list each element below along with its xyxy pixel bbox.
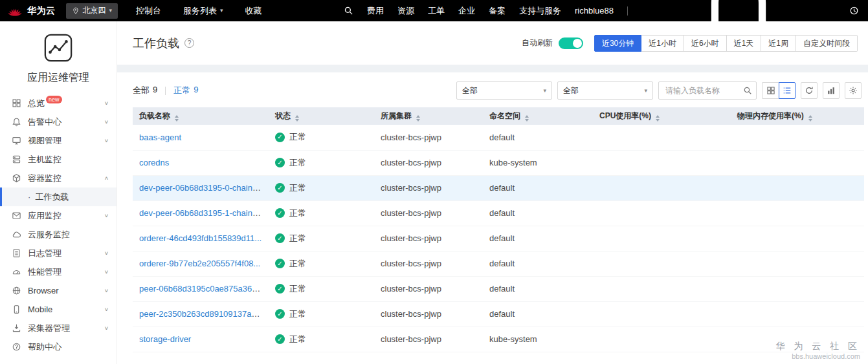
bullet: · [28,192,30,202]
sort-arrows-icon[interactable] [808,115,812,122]
help-icon[interactable]: ? [184,38,194,48]
time-range-button-4[interactable]: 近1周 [761,35,796,52]
chart-view-button[interactable] [823,82,840,99]
workload-name-link[interactable]: coredns [139,158,169,167]
workload-name-link[interactable]: peer-06b68d3195c0ae875a363... [139,284,263,294]
time-range-button-3[interactable]: 近1天 [727,35,762,52]
column-header-1[interactable]: 状态 [269,107,374,125]
location-pin-icon [72,7,80,15]
status-ok-icon: ✓ [275,133,285,142]
table-row[interactable]: dev-peer-06b68d3195-1-chainc... ✓正常 clus… [133,200,864,226]
workload-name-link[interactable]: dev-peer-06b68d3195-0-chainc... [139,183,263,193]
chevron-icon: ∨ [104,213,109,219]
chevron-down-icon: ▾ [543,88,546,94]
refresh-button[interactable] [801,82,818,99]
time-range-button-0[interactable]: 近30分钟 [594,35,641,52]
cluster-filter-select[interactable]: 全部 ▾ [456,81,552,100]
sidebar-item-application-monitoring[interactable]: 应用监控 ∨ [0,206,117,225]
card-view-button[interactable] [762,82,779,99]
sidebar-item-help-center[interactable]: 帮助中心 [0,337,117,356]
workload-name-link[interactable]: orderer-9b77eb2e205557f4f08... [139,259,260,268]
column-header-3[interactable]: 命名空间 [483,107,593,125]
namespace-filter-select[interactable]: 全部 ▾ [557,81,653,100]
list-icon [783,86,792,95]
topnav-console[interactable]: 控制台 [136,5,161,17]
sidebar-item-performance-management[interactable]: 性能管理 ∨ [0,262,117,281]
auto-refresh-label: 自动刷新 [522,37,553,48]
huawei-cloud-logo[interactable]: 华为云 [6,5,56,17]
topbar-icp-filing[interactable]: 备案 [489,5,506,17]
cluster-cell: cluster-bcs-pjwp [374,175,483,200]
namespace-cell: default [483,226,593,251]
auto-refresh-toggle[interactable] [559,37,583,49]
time-range-button-5[interactable]: 自定义时间段 [796,35,858,52]
topbar-enterprise[interactable]: 企业 [458,5,475,17]
sidebar-item-mobile[interactable]: Mobile ∨ [0,300,117,319]
search-icon[interactable] [344,6,353,16]
sort-arrows-icon[interactable] [525,115,529,122]
sidebar-item-log-management[interactable]: 日志管理 ∨ [0,244,117,262]
search-icon[interactable] [743,86,752,95]
search-input[interactable] [664,85,743,96]
topbar-support[interactable]: 支持与服务 [519,5,561,17]
chevron-down-icon: ▾ [220,8,223,14]
table-row[interactable]: orderer-9b77eb2e205557f4f08... ✓正常 clust… [133,251,864,276]
table-row[interactable]: baas-agent ✓正常 cluster-bcs-pjwp default [133,125,864,150]
time-range-button-2[interactable]: 近6小时 [684,35,727,52]
status-label: 正常 [289,308,306,320]
status-ok-icon: ✓ [275,259,285,268]
time-range-button-1[interactable]: 近1小时 [641,35,684,52]
workload-name-link[interactable]: baas-agent [139,133,181,142]
sidebar-item-overview[interactable]: 总览 new ∨ [0,94,117,112]
sidebar-subitem-workload[interactable]: · 工作负载 [0,187,117,206]
topbar-billing[interactable]: 费用 [367,5,384,17]
table-row[interactable]: peer-2c350b263cd89109137ab... ✓正常 cluste… [133,301,864,327]
topnav-favorites[interactable]: 收藏 [245,5,262,17]
workload-name-link[interactable]: orderer-46cd493fdb155839d11... [139,233,262,243]
table-row[interactable]: dev-peer-06b68d3195-0-chainc... ✓正常 clus… [133,175,864,200]
sidebar-item-container-monitoring[interactable]: 容器监控 ∧ [0,169,117,187]
table-row[interactable]: storage-driver ✓正常 cluster-bcs-pjwp kube… [133,327,864,352]
sort-arrows-icon[interactable] [416,115,420,122]
topbar-resources[interactable]: 资源 [397,5,414,17]
sidebar-item-icon [12,136,22,146]
sidebar-item-icon [12,211,22,221]
workload-name-link[interactable]: storage-driver [139,334,191,344]
workload-name-link[interactable]: peer-2c350b263cd89109137ab... [139,309,263,319]
sidebar-item-browser[interactable]: Browser ∨ [0,281,117,300]
sidebar-item-collector-management[interactable]: 采集器管理 ∨ [0,319,117,337]
sort-arrows-icon[interactable] [656,115,660,122]
cluster-filter-value: 全部 [462,85,478,96]
list-view-button[interactable] [779,82,796,99]
table-row[interactable]: orderer-46cd493fdb155839d11... ✓正常 clust… [133,226,864,251]
table-body: baas-agent ✓正常 cluster-bcs-pjwp default … [133,125,864,352]
clock-icon[interactable] [849,6,859,16]
column-header-4[interactable]: CPU使用率(%) [593,107,731,125]
cpu-cell [593,150,731,175]
table-row[interactable]: peer-06b68d3195c0ae875a363... ✓正常 cluste… [133,276,864,301]
column-header-0[interactable]: 负载名称 [133,107,269,125]
column-header-2[interactable]: 所属集群 [374,107,483,125]
region-selector[interactable]: 北京四 ▾ [66,3,118,19]
cpu-cell [593,200,731,226]
topnav-service-list[interactable]: 服务列表 ▾ [183,5,223,17]
table-row[interactable]: coredns ✓正常 cluster-bcs-pjwp kube-system [133,150,864,175]
filter-all-tab[interactable]: 全部9 [133,85,157,96]
sort-arrows-icon[interactable] [295,115,299,122]
chevron-icon: ∨ [104,306,109,312]
topbar-tickets[interactable]: 工单 [428,5,445,17]
sidebar-item-host-monitoring[interactable]: 主机监控 [0,150,117,169]
workload-name-link[interactable]: dev-peer-06b68d3195-1-chainc... [139,208,263,218]
chevron-icon: ∨ [104,100,109,106]
settings-button[interactable] [845,82,862,99]
filter-normal-tab[interactable]: 正常9 [173,85,198,96]
sidebar-item-view-management[interactable]: 视图管理 ∨ [0,131,117,150]
topbar-username[interactable]: richblue88 [575,6,614,16]
column-header-5[interactable]: 物理内存使用率(%) [731,107,864,125]
sidebar-item-cloud-service-monitoring[interactable]: 云服务监控 [0,225,117,244]
sort-arrows-icon[interactable] [175,115,179,122]
sidebar-item-alarm-center[interactable]: 告警中心 ∨ [0,112,117,131]
workload-table: 负载名称 状态 所属集群 命名空间 CPU使用率(%) 物理内存使用率(%) b… [133,107,864,352]
app-title: 应用运维管理 [0,71,117,85]
page-header: 工作负载 ? 自动刷新 近30分钟近1小时近6小时近1天近1周自定义时间段 [117,21,868,65]
